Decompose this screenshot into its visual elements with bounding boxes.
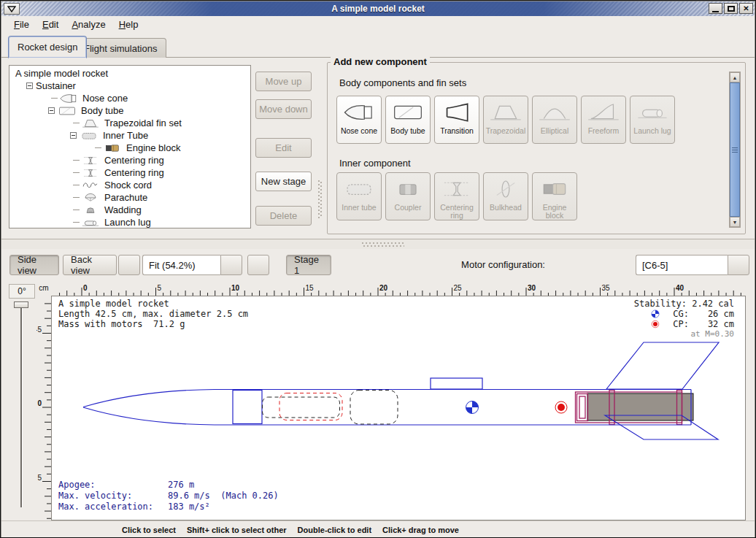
tree-item-launch-lug[interactable]: Launch lug [9, 216, 250, 228]
svg-text:0: 0 [83, 284, 88, 292]
tab-flight-simulations[interactable]: Flight simulations [74, 38, 166, 58]
tree-item-wadding[interactable]: Wadding [9, 204, 250, 216]
engine-block-icon [539, 176, 571, 202]
component-scrollbar[interactable]: ▲ ▼ [729, 72, 741, 228]
menu-analyze[interactable]: Analyze [66, 18, 111, 31]
motor-configuration-value[interactable]: [C6-5] [636, 255, 728, 275]
move-up-button: Move up [255, 72, 312, 91]
tree-item-label: Trapezoidal fin set [104, 118, 182, 128]
svg-text:10: 10 [231, 284, 240, 292]
nose-cone-icon [343, 99, 375, 126]
tree-item-nose-cone[interactable]: Nose cone [9, 92, 250, 104]
tree-item-label: A simple model rocket [15, 68, 108, 79]
chevron-down-icon[interactable] [728, 255, 749, 275]
menu-help[interactable]: Help [113, 18, 144, 31]
tree-item-body-tube[interactable]: Body tube [9, 104, 250, 117]
add-body-tube-button[interactable]: Body tube [385, 96, 431, 144]
motor-configuration-label: Motor configuration: [461, 259, 545, 270]
tree-item-engine-block[interactable]: Engine block [9, 142, 250, 154]
engine-block-outline[interactable] [577, 394, 588, 421]
horizontal-splitter[interactable] [1, 239, 755, 249]
scroll-up-icon[interactable]: ▲ [730, 72, 740, 82]
tree-item-sustainer[interactable]: Sustainer [9, 80, 250, 92]
component-button-label: Freeform [588, 127, 620, 135]
component-button-label: Body tube [390, 127, 425, 135]
component-button-label: Engine block [533, 204, 576, 220]
menu-file[interactable]: File [8, 18, 35, 31]
engine-hook-outline[interactable] [263, 397, 340, 418]
add-nose-cone-button[interactable]: Nose cone [336, 96, 382, 144]
window-menu-icon[interactable] [4, 3, 20, 15]
zoom-level-value[interactable]: Fit (54.2%) [142, 255, 220, 275]
ruler-unit: cm [36, 284, 51, 296]
menu-edit[interactable]: Edit [36, 18, 64, 31]
tree-item-a-simple-model-rocket[interactable]: A simple model rocket [9, 67, 250, 80]
tree-item-inner-tube[interactable]: Inner Tube [9, 129, 250, 142]
close-button[interactable]: ✕ [739, 3, 753, 14]
menu-bar: FileEditAnalyzeHelp [1, 16, 755, 33]
component-button-label: Transition [440, 127, 474, 135]
tree-item-centering-ring[interactable]: Centering ring [9, 166, 250, 179]
motor[interactable] [587, 393, 693, 420]
tree-expander-icon[interactable] [26, 82, 33, 89]
nose-cone-shoulder[interactable] [233, 391, 262, 424]
add-coupler-button: Coupler [385, 172, 431, 220]
component-button-label: Coupler [395, 204, 422, 212]
zoom-out-button[interactable] [118, 255, 140, 275]
back-view-button[interactable]: Back view [63, 255, 117, 275]
tab-rocket-design[interactable]: Rocket design [8, 36, 87, 58]
shock-cord-icon [81, 180, 100, 191]
delete-button: Delete [255, 206, 312, 226]
svg-text:40: 40 [676, 284, 684, 292]
side-view-button[interactable]: Side view [9, 255, 59, 275]
parachute-outline[interactable] [350, 391, 398, 425]
launch-lug[interactable] [431, 378, 482, 389]
stage-1-toggle[interactable]: Stage 1 [286, 255, 331, 275]
new-stage-button[interactable]: New stage [255, 172, 312, 191]
horizontal-ruler: 0510152025303540 [51, 284, 746, 296]
tree-item-label: Body tube [81, 105, 124, 116]
component-tree[interactable]: A simple model rocketSustainerNose coneB… [9, 65, 251, 228]
vertical-splitter-grip[interactable] [318, 180, 322, 218]
wadding-icon [81, 205, 100, 215]
maximize-button[interactable] [724, 3, 738, 14]
svg-text:5: 5 [158, 284, 162, 292]
stability-value: Stability: 2.42 cal [634, 299, 734, 309]
zoom-in-button[interactable] [247, 255, 269, 275]
add-launch-lug-button: Launch lug [630, 96, 675, 144]
add-transition-button[interactable]: Transition [434, 96, 479, 144]
add-inner-tube-button: Inner tube [336, 172, 382, 220]
minimize-button[interactable] [709, 3, 722, 14]
fin-freeform-icon [587, 99, 620, 126]
rocket-info-text: A simple model rocket Length 42.5 cm, ma… [58, 299, 248, 329]
tree-expander-icon[interactable] [70, 132, 77, 139]
tree-item-label: Engine block [126, 142, 180, 153]
body-tube-icon [392, 99, 424, 126]
motor-configuration-combo[interactable]: [C6-5] [636, 255, 749, 275]
cg-row: CG:26 cm [634, 309, 734, 319]
tree-item-parachute[interactable]: Parachute [9, 191, 250, 204]
splitter-grip[interactable] [362, 242, 404, 247]
scroll-down-icon[interactable]: ▼ [730, 217, 740, 227]
component-button-label: Launch lug [633, 127, 671, 135]
svg-text:-5: -5 [36, 326, 42, 334]
flight-apogee-row: Apogee:276 m [58, 480, 279, 491]
tree-item-trapezoidal-fin-set[interactable]: Trapezoidal fin set [9, 117, 250, 129]
rotation-slider-track[interactable] [20, 306, 22, 507]
fin-upper[interactable] [606, 342, 719, 389]
design-top-section: A simple model rocketSustainerNose coneB… [1, 58, 755, 239]
view-toolbar: Side view Back view Fit (54.2%) Stage 1 … [1, 249, 755, 281]
inner-tube-icon [80, 131, 99, 141]
tree-item-shock-cord[interactable]: Shock cord [9, 179, 250, 191]
tree-expander-icon[interactable] [48, 107, 55, 114]
component-button-label: Centering ring [435, 204, 479, 220]
tree-item-centering-ring[interactable]: Centering ring [9, 154, 250, 166]
svg-text:15: 15 [306, 284, 315, 292]
rotation-slider-thumb[interactable] [14, 301, 28, 308]
chevron-down-icon[interactable] [220, 255, 242, 275]
scrollbar-thumb[interactable] [730, 82, 740, 217]
component-button-label: Inner tube [342, 204, 376, 212]
tree-item-label: Nose cone [82, 93, 128, 104]
zoom-level-combo[interactable]: Fit (54.2%) [142, 255, 242, 275]
edit-button: Edit [255, 138, 312, 158]
